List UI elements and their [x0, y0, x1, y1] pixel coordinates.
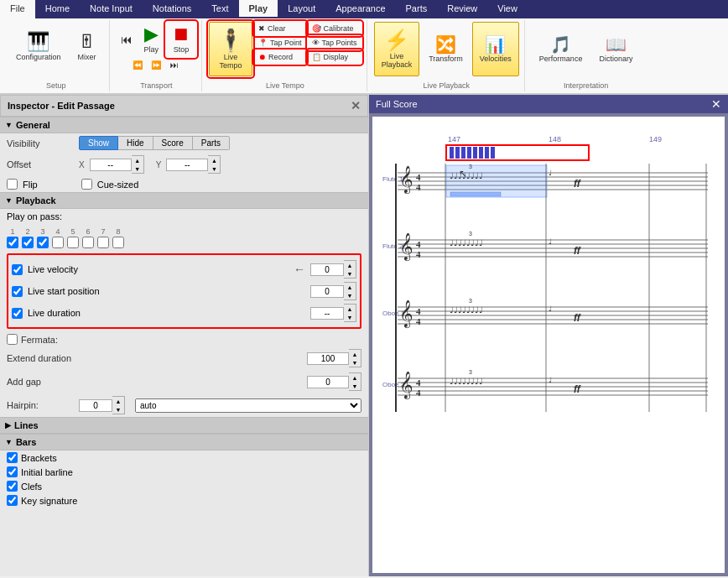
extend-duration-down[interactable]: ▼ [349, 358, 361, 367]
add-gap-spinner[interactable]: ▲ ▼ [307, 372, 361, 391]
score-close-button[interactable]: ✕ [711, 97, 721, 111]
pass-5-checkbox[interactable] [67, 237, 79, 248]
initial-barline-checkbox[interactable] [7, 466, 18, 477]
flip-label[interactable]: Flip [23, 180, 38, 190]
offset-x-input[interactable] [90, 159, 132, 171]
visibility-score-btn[interactable]: Score [153, 136, 193, 150]
add-gap-input[interactable] [307, 376, 349, 388]
live-velocity-input[interactable] [310, 263, 344, 276]
add-gap-down[interactable]: ▼ [349, 382, 361, 390]
live-duration-spinner[interactable]: ▲ ▼ [310, 304, 356, 322]
hairpin-input[interactable] [79, 399, 112, 412]
end-button[interactable]: ⏭ [166, 59, 183, 71]
tap-point-button[interactable]: 📍 Tap Point [254, 36, 306, 49]
transform-button[interactable]: 🔀 Transform [421, 22, 471, 76]
visibility-parts-btn[interactable]: Parts [193, 136, 230, 150]
display-button[interactable]: 📋 Display [308, 50, 361, 64]
key-signature-label[interactable]: Key signature [21, 496, 77, 506]
tab-home[interactable]: Home [35, 0, 80, 18]
live-duration-input[interactable] [310, 307, 344, 320]
offset-y-up[interactable]: ▲ [208, 156, 220, 164]
extend-duration-spinner[interactable]: ▲ ▼ [307, 349, 361, 367]
live-start-spinner[interactable]: ▲ ▼ [310, 282, 356, 300]
tab-note-input[interactable]: Note Input [80, 0, 143, 18]
live-velocity-spinner[interactable]: ▲ ▼ [310, 260, 356, 279]
configuration-button[interactable]: 🎹 Configuration [8, 22, 69, 72]
live-velocity-label[interactable]: Live velocity [28, 264, 289, 274]
pass-4-checkbox[interactable] [52, 237, 64, 248]
tab-play[interactable]: Play [239, 0, 278, 18]
tab-text[interactable]: Text [201, 0, 238, 18]
offset-y-spinner[interactable]: ▲ ▼ [166, 155, 221, 174]
clear-button[interactable]: ✖ Clear [254, 22, 306, 35]
pass-8-checkbox[interactable] [112, 237, 124, 248]
calibrate-button[interactable]: 🎯 Calibrate [308, 22, 361, 35]
offset-x-spinner[interactable]: ▲ ▼ [90, 155, 144, 174]
next-button[interactable]: ⏩ [148, 59, 164, 71]
score-content[interactable]: 147 148 149 Flute 1 [372, 117, 725, 573]
extend-duration-input[interactable] [307, 352, 349, 365]
tab-appearance[interactable]: Appearance [325, 0, 395, 18]
pass-7-checkbox[interactable] [97, 237, 109, 248]
live-velocity-down[interactable]: ▼ [344, 269, 356, 278]
mixer-button[interactable]: 🎚 Mixer [70, 22, 104, 72]
stop-button[interactable]: ⏹ Stop [166, 22, 196, 57]
rewind-button[interactable]: ⏮ [117, 22, 137, 57]
tab-layout[interactable]: Layout [278, 0, 325, 18]
extend-duration-up[interactable]: ▲ [349, 350, 361, 358]
offset-x-up[interactable]: ▲ [132, 156, 143, 164]
fermata-label[interactable]: Fermata: [21, 335, 58, 345]
pass-6-checkbox[interactable] [82, 237, 94, 248]
velocities-button[interactable]: 📊 Velocities [472, 22, 519, 76]
add-gap-up[interactable]: ▲ [349, 373, 361, 382]
clefs-checkbox[interactable] [7, 481, 18, 492]
play-button[interactable]: ▶ Play [138, 22, 165, 57]
tap-points-button[interactable]: 👁 Tap Points [308, 36, 361, 49]
fermata-checkbox[interactable] [7, 334, 18, 345]
key-signature-checkbox[interactable] [7, 495, 18, 506]
live-playback-button[interactable]: ⚡ LivePlayback [374, 22, 420, 76]
performance-button[interactable]: 🎵 Performance [532, 22, 590, 76]
cue-sized-checkbox[interactable] [81, 179, 92, 190]
cue-sized-label[interactable]: Cue-sized [97, 180, 139, 190]
live-tempo-button[interactable]: 🕴 LiveTempo [209, 22, 252, 76]
live-start-input[interactable] [310, 285, 344, 298]
prev-button[interactable]: ⏪ [129, 59, 146, 71]
visibility-hide-btn[interactable]: Hide [118, 136, 153, 150]
tab-view[interactable]: View [487, 0, 528, 18]
live-start-down[interactable]: ▼ [344, 291, 356, 299]
clefs-label[interactable]: Clefs [21, 482, 42, 492]
offset-y-input[interactable] [166, 159, 208, 171]
live-duration-up[interactable]: ▲ [344, 305, 356, 313]
hairpin-spinner[interactable]: ▲ ▼ [79, 396, 125, 414]
visibility-show-btn[interactable]: Show [79, 136, 118, 150]
section-playback[interactable]: ▼ Playback [0, 192, 368, 209]
offset-x-down[interactable]: ▼ [132, 164, 143, 173]
tab-parts[interactable]: Parts [396, 0, 438, 18]
live-duration-down[interactable]: ▼ [344, 313, 356, 321]
tab-notations[interactable]: Notations [143, 0, 201, 18]
pass-2-checkbox[interactable] [22, 237, 34, 248]
live-duration-checkbox[interactable] [12, 308, 23, 319]
section-general[interactable]: ▼ General [0, 117, 368, 133]
record-button[interactable]: ⏺ Record [254, 50, 306, 64]
hairpin-up[interactable]: ▲ [112, 397, 124, 405]
inspector-close-button[interactable]: ✕ [351, 99, 361, 112]
flip-checkbox[interactable] [7, 179, 18, 190]
live-duration-label[interactable]: Live duration [28, 308, 305, 318]
pass-3-checkbox[interactable] [37, 237, 49, 248]
section-bars[interactable]: ▼ Bars [0, 434, 368, 450]
live-start-checkbox[interactable] [12, 286, 23, 297]
live-start-up[interactable]: ▲ [344, 283, 356, 291]
initial-barline-label[interactable]: Initial barline [21, 467, 73, 477]
brackets-checkbox[interactable] [7, 452, 18, 463]
live-velocity-up[interactable]: ▲ [344, 261, 356, 269]
dictionary-button[interactable]: 📖 Dictionary [591, 22, 640, 76]
live-velocity-checkbox[interactable] [12, 264, 23, 275]
offset-y-down[interactable]: ▼ [208, 164, 220, 173]
hairpin-down[interactable]: ▼ [112, 405, 124, 414]
live-start-label[interactable]: Live start position [28, 286, 305, 296]
section-lines[interactable]: ▶ Lines [0, 417, 368, 434]
brackets-label[interactable]: Brackets [21, 453, 57, 463]
pass-1-checkbox[interactable] [7, 237, 18, 248]
